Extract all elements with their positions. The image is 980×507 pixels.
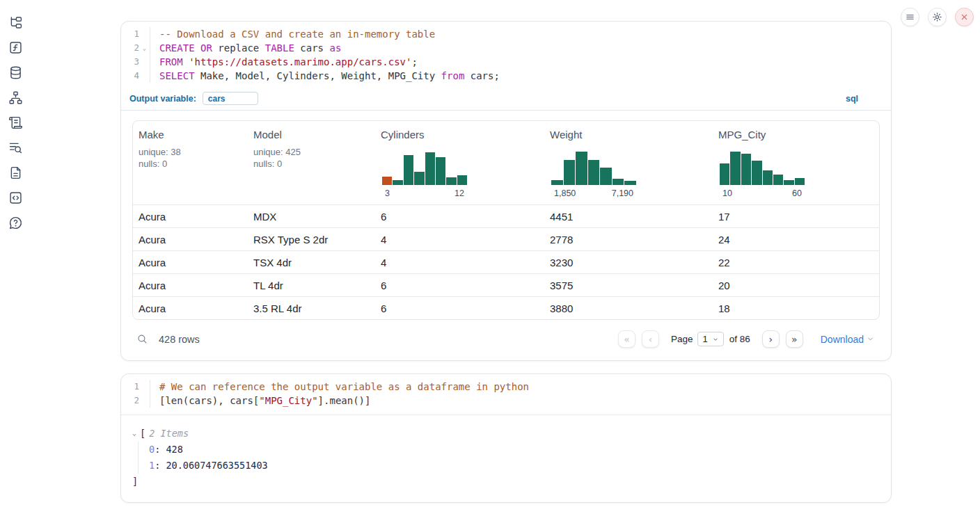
axis-min-label: 3 — [385, 188, 390, 198]
code-text: # We can reference the output variable a… — [150, 380, 529, 394]
last-page-button[interactable]: » — [786, 330, 803, 348]
sidebar-button-file-text[interactable] — [8, 165, 23, 180]
axis-max-label: 7,190 — [612, 188, 633, 198]
table-cell: Acura — [133, 211, 248, 223]
tree-open-bracket: [ — [140, 426, 145, 440]
table-cell: 4 — [375, 257, 544, 268]
tree-items-count: 2 Items — [149, 426, 189, 440]
histogram-bars — [382, 150, 467, 185]
table-footer: 428 rows « ‹ Page 1 of 86 › » Download — [132, 320, 880, 355]
stat-line: unique: 38 — [139, 147, 242, 159]
histogram-bar — [564, 160, 576, 185]
axis-max-label: 60 — [792, 188, 802, 198]
tree-collapse-icon[interactable]: ⌄ — [132, 426, 136, 440]
search-icon[interactable] — [136, 333, 148, 345]
output-variable-input[interactable] — [203, 92, 258, 105]
list-search-icon — [8, 140, 23, 155]
first-page-button[interactable]: « — [618, 330, 635, 348]
code-text: -- Download a CSV and create an in-memor… — [150, 27, 435, 41]
sidebar-button-code-square[interactable] — [8, 190, 23, 205]
column-name: Cylinders — [381, 129, 539, 140]
line-number: 2 — [122, 41, 139, 55]
column-name: Make — [139, 129, 242, 140]
notebook: 1⌄-- Download a CSV and create an in-mem… — [120, 21, 892, 503]
line-number: 1 — [122, 27, 139, 41]
fold-chevron-icon[interactable]: ⌄ — [139, 41, 150, 55]
token: replace — [212, 42, 265, 54]
column-name: Weight — [550, 129, 707, 140]
token: as — [329, 42, 341, 54]
python-output: ⌄ [ 2 Items 0: 4281: 20.060747663551403 … — [121, 415, 891, 502]
dependency-graph-icon — [8, 90, 23, 105]
code-text: SELECT Make, Model, Cylinders, Weight, M… — [150, 69, 500, 83]
sidebar-button-dependency-graph[interactable] — [8, 90, 23, 105]
sidebar-button-file-tree[interactable] — [8, 15, 23, 30]
page-select[interactable]: 1 — [697, 332, 723, 346]
token: [len(cars), cars[ — [159, 395, 259, 406]
table-cell: 3.5 RL 4dr — [248, 303, 375, 314]
line-number: 2 — [122, 394, 139, 408]
language-badge: sql — [846, 94, 858, 104]
histogram-bar — [784, 180, 793, 185]
table-cell: Acura — [133, 303, 248, 314]
table-cell: Acura — [133, 280, 248, 291]
table-body: AcuraMDX6445117AcuraRSX Type S 2dr427782… — [133, 204, 879, 319]
download-button[interactable]: Download — [821, 334, 874, 345]
settings-button[interactable] — [928, 8, 947, 26]
table-cell: 17 — [713, 211, 879, 223]
table-cell: 3230 — [544, 257, 713, 268]
column-header-mpg_city[interactable]: MPG_City1060 — [713, 121, 879, 204]
token: # We can reference the output variable a… — [159, 381, 529, 392]
column-name: MPG_City — [718, 129, 874, 140]
histogram-bar — [404, 155, 413, 185]
table-output: Makeunique: 38nulls: 0Modelunique: 425nu… — [121, 111, 891, 360]
tree-close-bracket: ] — [132, 474, 880, 488]
python-code-editor[interactable]: 1⌄# We can reference the output variable… — [121, 374, 891, 415]
code-square-icon — [8, 191, 23, 205]
page-total-label: of 86 — [729, 334, 750, 344]
column-header-model[interactable]: Modelunique: 425nulls: 0 — [248, 121, 375, 204]
database-icon — [8, 65, 23, 80]
sql-code-editor[interactable]: 1⌄-- Download a CSV and create an in-mem… — [121, 22, 891, 90]
topbar-actions — [901, 8, 974, 26]
column-header-make[interactable]: Makeunique: 38nulls: 0 — [133, 121, 248, 204]
next-page-button[interactable]: › — [762, 330, 780, 348]
menu-icon — [905, 12, 915, 22]
sidebar-button-scroll-text[interactable] — [8, 115, 23, 130]
table-cell: 22 — [713, 257, 879, 268]
sidebar-button-function-square[interactable] — [8, 40, 23, 55]
shutdown-button[interactable] — [955, 8, 974, 26]
column-header-weight[interactable]: Weight1,8507,190 — [544, 121, 713, 204]
sidebar-button-database[interactable] — [8, 65, 23, 80]
code-line: 4⌄SELECT Make, Model, Cylinders, Weight,… — [121, 69, 891, 83]
sidebar-button-list-search[interactable] — [8, 140, 23, 155]
table-cell: Acura — [133, 257, 248, 268]
axis-min-label: 1,850 — [554, 188, 576, 198]
entry-value: 20.060747663551403 — [166, 460, 267, 471]
column-header-cylinders[interactable]: Cylinders312 — [375, 121, 544, 204]
sidebar-button-help-bubble[interactable] — [8, 215, 23, 230]
histogram-bar — [457, 175, 467, 185]
download-label: Download — [821, 334, 864, 345]
column-name: Model — [253, 129, 370, 140]
histogram-bar — [425, 152, 435, 185]
help-bubble-icon — [8, 216, 23, 230]
histogram-bar — [612, 179, 624, 185]
table-cell: MDX — [248, 211, 375, 223]
file-tree-icon — [8, 15, 23, 30]
chevron-down-icon — [867, 335, 874, 343]
histogram-bar — [551, 180, 563, 185]
menu-button[interactable] — [901, 8, 919, 26]
axis-max-label: 12 — [455, 188, 464, 198]
table-cell: 4 — [375, 234, 544, 246]
function-square-icon — [8, 40, 23, 55]
table-cell: Acura — [133, 234, 248, 246]
table-cell: RSX Type S 2dr — [248, 234, 375, 246]
prev-page-button[interactable]: ‹ — [642, 330, 659, 348]
page-label: Page — [671, 334, 693, 344]
histogram-bars — [551, 150, 636, 185]
histogram-axis-labels: 1,8507,190 — [551, 188, 636, 198]
token: Make, Model, Cylinders, Weight, MPG_City — [195, 70, 441, 81]
left-sidebar — [0, 0, 31, 230]
code-line: 2⌄[len(cars), cars["MPG_City"].mean()] — [121, 394, 891, 408]
